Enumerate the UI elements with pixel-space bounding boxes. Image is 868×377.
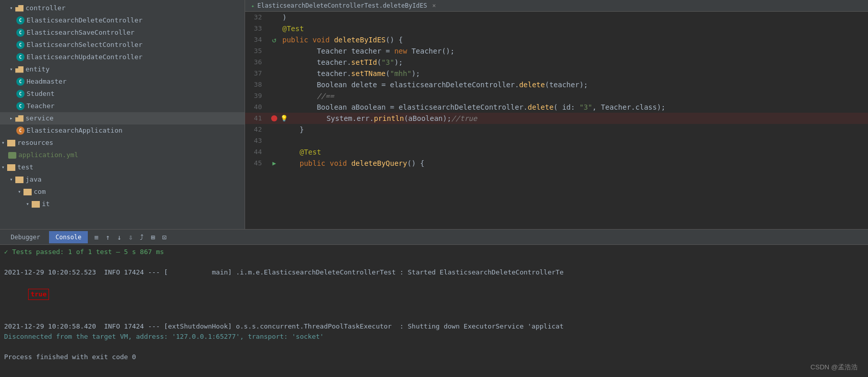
line-num-32: 32	[245, 12, 268, 23]
code-text-45: public void deleteByQuery() {	[280, 158, 868, 169]
tab-console[interactable]: Console	[49, 231, 88, 243]
class-icon: C	[16, 90, 25, 98]
code-view: 32 ) 33 @Test 34 ↺ public void deleteB	[245, 12, 868, 229]
gutter-41[interactable]	[268, 115, 280, 121]
sidebar-item-test[interactable]: ▾ test	[0, 161, 245, 173]
folder-icon	[15, 5, 23, 12]
sidebar-item-es-app[interactable]: C ElasticsearchApplication	[0, 124, 245, 137]
sidebar-item-label: controller	[26, 3, 65, 13]
class-icon: C	[16, 127, 25, 135]
sidebar-item-service[interactable]: ▸ service	[0, 112, 245, 124]
line-num-33: 33	[245, 23, 268, 34]
console-action-5[interactable]: ⤴	[138, 232, 146, 242]
code-text-38: Boolean delete = elasticsearchDeleteCont…	[280, 79, 868, 90]
code-line-33: 33 @Test	[245, 23, 868, 34]
code-line-43: 43	[245, 135, 868, 146]
console-action-1[interactable]: ≡	[92, 232, 100, 242]
sidebar-item-label: ElasticsearchSelectController	[27, 40, 142, 50]
class-icon: C	[16, 16, 25, 24]
class-icon: C	[16, 29, 25, 37]
folder-icon	[15, 66, 23, 73]
console-action-4[interactable]: ⇩	[127, 232, 135, 242]
close-tab-icon[interactable]: ×	[432, 2, 436, 9]
code-line-44: 44 @Test	[245, 146, 868, 158]
code-editor: ✦ ElasticsearchDeleteControllerTest.dele…	[245, 0, 868, 229]
chevron-down-icon: ▾	[8, 177, 14, 183]
console-tab-bar: Debugger Console ≡ ↑ ↓ ⇩ ⤴ ⊞ ⊡	[0, 230, 868, 245]
sidebar-item-java[interactable]: ▾ java	[0, 173, 245, 186]
sidebar-item-student[interactable]: C Student	[0, 88, 245, 100]
line-num-44: 44	[245, 146, 268, 158]
line-num-37: 37	[245, 68, 268, 79]
code-text-42: }	[280, 124, 868, 135]
console-line-info1: 2021-12-29 10:20:52.523 INFO 17424 --- […	[4, 267, 864, 278]
folder-icon	[15, 115, 23, 122]
sidebar-item-label: service	[26, 113, 54, 123]
console-true-value: true	[28, 289, 49, 300]
class-icon: C	[16, 102, 25, 110]
main-area: ▾ controller C ElasticsearchDeleteContro…	[0, 0, 868, 229]
gutter-34[interactable]: ↺	[268, 34, 280, 45]
sidebar-item-teacher[interactable]: C Teacher	[0, 100, 245, 112]
folder-icon	[23, 189, 32, 195]
folder-icon	[32, 201, 40, 208]
console-tab-label: Console	[56, 234, 82, 241]
sidebar-item-label: test	[17, 162, 33, 172]
code-text-32: )	[280, 12, 868, 23]
code-text-36: teacher.setTId("3");	[280, 57, 868, 68]
code-line-37: 37 teacher.setTName("mhh");	[245, 68, 868, 79]
code-line-36: 36 teacher.setTId("3");	[245, 57, 868, 68]
console-action-2[interactable]: ↑	[104, 232, 112, 242]
chevron-down-icon: ▾	[8, 5, 14, 11]
code-text-35: Teacher teacher = new Teacher();	[280, 45, 868, 57]
console-line-exit: Process finished with exit code 0	[4, 352, 864, 362]
sidebar-item-yaml[interactable]: application.yml	[0, 149, 245, 161]
sidebar-item-es-save-ctrl[interactable]: C ElasticsearchSaveController	[0, 27, 245, 39]
watermark: CSDN @孟浩浩	[810, 363, 858, 372]
folder-icon	[15, 177, 23, 183]
class-icon: C	[16, 78, 25, 86]
sidebar-item-es-update-ctrl[interactable]: C ElasticsearchUpdateController	[0, 51, 245, 63]
line-num-43: 43	[245, 135, 268, 146]
console-line-empty3	[4, 342, 864, 352]
code-line-32: 32 )	[245, 12, 868, 23]
tab-debugger[interactable]: Debugger	[4, 231, 47, 243]
line-num-45: 45	[245, 158, 268, 169]
sidebar-item-headmaster[interactable]: C Headmaster	[0, 76, 245, 88]
sidebar-item-com[interactable]: ▾ com	[0, 186, 245, 198]
test-icon: ✦	[251, 3, 254, 9]
console-output: ✓ Tests passed: 1 of 1 test – 5 s 867 ms…	[0, 245, 868, 377]
line-container: 32 ) 33 @Test 34 ↺ public void deleteB	[245, 12, 868, 169]
class-icon: C	[16, 53, 25, 61]
sidebar-item-es-select-ctrl[interactable]: C ElasticsearchSelectController	[0, 39, 245, 51]
code-text-33: @Test	[280, 23, 868, 34]
rerun-icon[interactable]: ↺	[272, 34, 276, 45]
sidebar-item-label: Headmaster	[27, 77, 66, 87]
code-line-41: 41 💡 System.err.println(aBoolean);//true	[245, 113, 868, 124]
code-line-39: 39 //==	[245, 90, 868, 102]
code-line-34: 34 ↺ public void deleteByIdES() {	[245, 34, 868, 45]
code-line-45: 45 ▶ public void deleteByQuery() {	[245, 158, 868, 169]
folder-icon	[7, 164, 15, 171]
breakpoint-icon[interactable]	[271, 115, 277, 121]
run-icon[interactable]: ▶	[272, 158, 276, 169]
console-line-disconnect: Disconnected from the target VM, address…	[4, 332, 864, 342]
code-line-42: 42 }	[245, 124, 868, 135]
sidebar-item-it[interactable]: ▾ it	[0, 198, 245, 210]
console-action-7[interactable]: ⊡	[160, 232, 168, 242]
code-line-40: 40 Boolean aBoolean = elasticsearchDelet…	[245, 102, 868, 113]
sidebar-item-es-delete-ctrl[interactable]: C ElasticsearchDeleteController	[0, 14, 245, 27]
code-text-41: System.err.println(aBoolean);//true	[290, 113, 868, 124]
chevron-down-icon: ▾	[0, 140, 6, 146]
bulb-icon[interactable]: 💡	[280, 113, 288, 124]
sidebar-item-entity[interactable]: ▾ entity	[0, 63, 245, 76]
console-action-6[interactable]: ⊞	[149, 232, 157, 242]
editor-file-tab[interactable]: ✦ ElasticsearchDeleteControllerTest.dele…	[245, 0, 868, 12]
console-action-3[interactable]: ↓	[115, 232, 123, 242]
sidebar-item-resources[interactable]: ▾ resources	[0, 137, 245, 149]
file-tab-label: ElasticsearchDeleteControllerTest.delete…	[257, 2, 427, 9]
sidebar-item-controller[interactable]: ▾ controller	[0, 2, 245, 14]
code-text-40: Boolean aBoolean = elasticsearchDeleteCo…	[280, 102, 868, 113]
gutter-45[interactable]: ▶	[268, 158, 280, 169]
sidebar-item-label: resources	[17, 138, 53, 148]
